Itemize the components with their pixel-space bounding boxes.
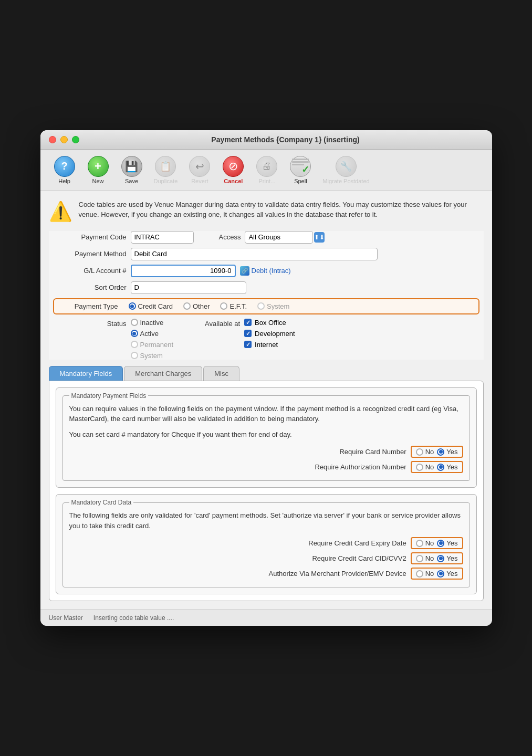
save-label: Save	[125, 178, 138, 184]
payment-type-other[interactable]: Other	[183, 302, 210, 310]
authorize-yes-radio[interactable]	[437, 570, 444, 578]
payment-method-row: Payment Method	[53, 248, 479, 260]
mandatory-card-data-section: Mandatory Card Data The following fields…	[56, 494, 477, 594]
gl-account-row: G/L Account # 🔗 Debit (Intrac)	[53, 265, 479, 277]
sort-order-row: Sort Order	[53, 281, 479, 294]
cvv-no-label: No	[425, 554, 434, 562]
development-checkbox[interactable]: ✓	[244, 330, 252, 337]
auth-number-yes[interactable]: Yes	[437, 463, 457, 471]
auth-number-yes-radio[interactable]	[437, 464, 444, 471]
cvv-yes-radio[interactable]	[437, 555, 444, 562]
status-inactive[interactable]: Inactive	[131, 319, 174, 327]
permanent-label: Permanent	[140, 341, 174, 349]
gl-link-text[interactable]: Debit (Intrac)	[252, 267, 291, 275]
status-available-row: Status Inactive Active Permanent	[53, 319, 479, 360]
status-message: Inserting code table value ....	[93, 614, 174, 622]
payment-type-eft[interactable]: E.F.T.	[220, 302, 247, 310]
payment-type-credit-card[interactable]: Credit Card	[129, 302, 173, 310]
tab-merchant-charges[interactable]: Merchant Charges	[124, 366, 202, 381]
cvv-yes-label: Yes	[446, 554, 457, 562]
gl-link[interactable]: 🔗 Debit (Intrac)	[240, 266, 291, 276]
tab-misc[interactable]: Misc	[203, 366, 239, 381]
new-label: New	[92, 178, 103, 184]
authorize-no[interactable]: No	[416, 570, 434, 578]
expiry-no-label: No	[425, 539, 434, 547]
form-section: Payment Code Access All Groups ⬆⬇ Paymen…	[49, 231, 484, 360]
main-window: Payment Methods {Company 1} (inserting) …	[40, 130, 492, 626]
spell-button[interactable]: ✓ Spell	[285, 154, 316, 186]
warning-text: Code tables are used by Venue Manager du…	[79, 200, 484, 220]
other-radio[interactable]	[183, 302, 191, 310]
available-internet[interactable]: ✓ Internet	[244, 341, 295, 349]
spell-icon: ✓	[290, 156, 311, 177]
active-label: Active	[140, 330, 159, 338]
expiry-no-radio[interactable]	[416, 540, 423, 547]
mandatory-card-fieldset: Mandatory Card Data The following fields…	[62, 499, 470, 587]
minimize-button[interactable]	[60, 136, 68, 143]
require-card-number-row: Require Card Number No Yes	[69, 446, 463, 458]
tab-mandatory-fields[interactable]: Mandatory Fields	[49, 366, 123, 381]
auth-number-no[interactable]: No	[416, 463, 434, 471]
print-button[interactable]: 🖨 Print...	[251, 154, 283, 186]
gl-account-input[interactable]	[131, 265, 236, 277]
migrate-label: Migrate Postdated	[322, 178, 369, 184]
cvv-no[interactable]: No	[416, 554, 434, 562]
cvv-yes[interactable]: Yes	[437, 554, 457, 562]
gl-link-icon: 🔗	[240, 266, 249, 276]
require-expiry-options: No Yes	[411, 537, 463, 549]
inactive-label: Inactive	[140, 319, 164, 327]
expiry-yes-radio[interactable]	[437, 540, 444, 547]
require-cvv-row: Require Credit Card CID/CVV2 No Yes	[69, 552, 463, 564]
help-icon: ?	[54, 156, 75, 177]
revert-button[interactable]: ↩ Revert	[184, 154, 215, 186]
access-select-wrapper[interactable]: All Groups ⬆⬇	[245, 231, 325, 244]
card-number-no[interactable]: No	[416, 448, 434, 456]
box-office-checkbox[interactable]: ✓	[244, 319, 252, 326]
active-radio[interactable]	[131, 330, 138, 337]
payment-method-input[interactable]	[131, 248, 378, 260]
available-at-label: Available at	[205, 319, 240, 328]
card-number-no-radio[interactable]	[416, 448, 423, 456]
sort-order-label: Sort Order	[53, 284, 127, 291]
payment-code-input[interactable]	[131, 231, 194, 244]
save-button[interactable]: 💾 Save	[116, 154, 148, 186]
auth-number-yes-label: Yes	[446, 463, 457, 471]
status-user: User Master	[49, 614, 83, 622]
cvv-no-radio[interactable]	[416, 555, 423, 562]
duplicate-label: Duplicate	[154, 178, 178, 184]
expiry-no[interactable]: No	[416, 539, 434, 547]
card-number-yes[interactable]: Yes	[437, 448, 457, 456]
duplicate-button[interactable]: 📋 Duplicate	[150, 154, 182, 186]
internet-checkbox[interactable]: ✓	[244, 341, 252, 348]
auth-number-no-radio[interactable]	[416, 464, 423, 471]
new-button[interactable]: + New	[82, 154, 114, 186]
status-section: Status Inactive Active Permanent	[53, 319, 174, 360]
require-card-number-options: No Yes	[411, 446, 463, 458]
eft-radio[interactable]	[220, 302, 227, 310]
authorize-no-radio[interactable]	[416, 570, 423, 578]
sort-order-input[interactable]	[131, 281, 246, 294]
inactive-radio[interactable]	[131, 319, 138, 326]
maximize-button[interactable]	[72, 136, 79, 143]
credit-card-label: Credit Card	[138, 302, 173, 310]
payment-type-system: System	[257, 302, 289, 310]
card-number-yes-radio[interactable]	[437, 448, 444, 456]
authorize-yes[interactable]: Yes	[437, 570, 457, 578]
available-box-office[interactable]: ✓ Box Office	[244, 319, 295, 327]
mandatory-payment-legend: Mandatory Payment Fields	[69, 392, 149, 400]
mandatory-payment-desc: You can require values in the following …	[69, 404, 463, 424]
expiry-yes[interactable]: Yes	[437, 539, 457, 547]
cancel-button[interactable]: ⊘ Cancel	[217, 154, 249, 186]
warning-banner: ⚠️ Code tables are used by Venue Manager…	[49, 200, 484, 223]
access-dropdown-arrow[interactable]: ⬆⬇	[314, 232, 325, 243]
help-button[interactable]: ? Help	[49, 154, 80, 186]
migrate-button[interactable]: 🔧 Migrate Postdated	[318, 154, 373, 186]
available-development[interactable]: ✓ Development	[244, 330, 295, 338]
save-icon: 💾	[121, 156, 142, 177]
status-bar: User Master Inserting code table value .…	[40, 610, 492, 626]
credit-card-radio[interactable]	[129, 302, 136, 310]
authorize-row: Authorize Via Merchant Provider/EMV Devi…	[69, 568, 463, 580]
close-button[interactable]	[49, 136, 56, 143]
tab-bar: Mandatory Fields Merchant Charges Misc	[49, 366, 484, 381]
status-active[interactable]: Active	[131, 330, 174, 338]
